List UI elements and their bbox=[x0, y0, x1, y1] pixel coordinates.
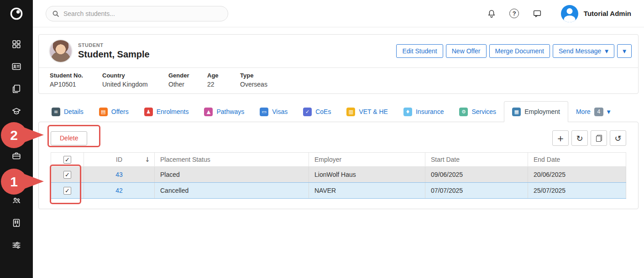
row-checkbox-cell[interactable] bbox=[51, 167, 84, 183]
copy-button[interactable] bbox=[591, 130, 607, 146]
info-age: Age 22 bbox=[203, 72, 236, 88]
table-header-row: ID↓ Placement Status Employer Start Date… bbox=[51, 153, 626, 167]
students-card-icon bbox=[11, 62, 21, 72]
add-record-button[interactable]: + bbox=[552, 130, 569, 146]
student-type-label: STUDENT bbox=[78, 42, 150, 48]
caret-down-icon: ▼ bbox=[623, 49, 626, 54]
grid-toolbar-buttons: + ↻ ↺ bbox=[552, 130, 626, 146]
sidebar-item-documents[interactable] bbox=[11, 84, 21, 94]
sidebar-item-contacts[interactable] bbox=[11, 196, 21, 206]
sidebar-item-settings[interactable] bbox=[11, 240, 21, 250]
building-icon bbox=[11, 218, 21, 228]
column-header-end-date[interactable]: End Date bbox=[528, 153, 626, 167]
info-country: Country United Kingdom bbox=[98, 72, 164, 88]
services-icon: ⚙ bbox=[459, 108, 468, 116]
tab-insurance[interactable]: ♦Insurance bbox=[396, 102, 451, 122]
sidebar-item-dashboard[interactable] bbox=[11, 39, 21, 49]
app-logo[interactable] bbox=[0, 0, 33, 27]
user-name: Tutorial Admin bbox=[584, 10, 631, 17]
employment-toolbar: Delete + ↻ ↺ bbox=[51, 130, 626, 146]
tab-services[interactable]: ⚙Services bbox=[451, 102, 504, 122]
info-type: Type Overseas bbox=[236, 72, 267, 88]
main-content: STUDENT Student, Sample Edit Student New… bbox=[33, 28, 644, 278]
info-student-no: Student No. AP10501 bbox=[45, 72, 98, 88]
cell-placement-status: Placed bbox=[155, 167, 309, 183]
tab-more[interactable]: More4▼ bbox=[568, 102, 618, 122]
more-actions-button[interactable]: ▼ bbox=[617, 44, 632, 58]
merge-document-button[interactable]: Merge Document bbox=[489, 44, 550, 58]
graduation-cap-icon bbox=[11, 106, 21, 116]
plus-icon: + bbox=[557, 134, 564, 143]
employment-panel: Delete + ↻ ↺ ID↓ Placement Status Employ… bbox=[38, 122, 639, 209]
bell-icon bbox=[487, 9, 497, 19]
dashboard-icon bbox=[11, 39, 21, 49]
caret-down-icon: ▼ bbox=[605, 49, 608, 54]
chat-button[interactable] bbox=[532, 8, 543, 19]
header-checkbox-cell[interactable] bbox=[51, 153, 84, 167]
edit-student-button[interactable]: Edit Student bbox=[396, 44, 443, 58]
row-checkbox[interactable] bbox=[63, 187, 71, 195]
search-box[interactable] bbox=[46, 6, 228, 21]
column-header-placement-status[interactable]: Placement Status bbox=[155, 153, 309, 167]
column-header-employer[interactable]: Employer bbox=[309, 153, 425, 167]
search-input[interactable] bbox=[63, 10, 222, 17]
tab-enrolments[interactable]: ♟Enrolments bbox=[136, 102, 197, 122]
more-count-badge: 4 bbox=[594, 108, 603, 116]
refresh-icon: ↻ bbox=[576, 134, 583, 143]
refresh-button[interactable]: ↻ bbox=[571, 130, 588, 146]
student-header-top: STUDENT Student, Sample Edit Student New… bbox=[39, 35, 638, 67]
sidebar-item-organisations[interactable] bbox=[11, 218, 21, 228]
tab-offers[interactable]: ▤Offers bbox=[91, 102, 136, 122]
user-avatar[interactable] bbox=[561, 5, 578, 22]
pathways-icon: ▲ bbox=[204, 108, 213, 116]
sort-desc-icon: ↓ bbox=[145, 156, 150, 163]
annotation-callout-1: 1 bbox=[1, 169, 27, 195]
row-checkbox[interactable] bbox=[63, 171, 71, 179]
tab-details[interactable]: ≡Details bbox=[44, 102, 91, 122]
student-photo bbox=[50, 40, 72, 62]
topbar: ? Tutorial Admin bbox=[33, 0, 644, 27]
annotation-arrow-2 bbox=[25, 128, 44, 142]
send-message-button[interactable]: Send Message▼ bbox=[553, 44, 614, 58]
info-gender: Gender Other bbox=[164, 72, 203, 88]
people-icon bbox=[11, 196, 21, 206]
column-header-start-date[interactable]: Start Date bbox=[425, 153, 528, 167]
cell-end-date: 20/06/2025 bbox=[528, 167, 626, 183]
history-icon: ↺ bbox=[614, 134, 621, 143]
help-button[interactable]: ? bbox=[509, 8, 520, 19]
row-id-link[interactable]: 42 bbox=[115, 187, 123, 194]
sidebar-item-courses[interactable] bbox=[11, 106, 21, 116]
student-meta: STUDENT Student, Sample bbox=[78, 42, 150, 60]
visas-icon: ▭ bbox=[260, 108, 268, 116]
row-checkbox-cell[interactable] bbox=[51, 183, 84, 199]
student-header-card: STUDENT Student, Sample Edit Student New… bbox=[38, 34, 639, 94]
insurance-icon: ♦ bbox=[403, 108, 412, 116]
row-id-link[interactable]: 43 bbox=[115, 171, 123, 178]
tab-employment[interactable]: ▦Employment bbox=[504, 101, 568, 122]
student-info-row: Student No. AP10501 Country United Kingd… bbox=[39, 68, 638, 93]
select-all-checkbox[interactable] bbox=[63, 156, 71, 164]
history-button[interactable]: ↺ bbox=[610, 130, 626, 146]
logo-icon bbox=[9, 6, 24, 21]
sliders-icon bbox=[11, 240, 21, 250]
cell-employer: LionWolf Haus bbox=[309, 167, 425, 183]
column-header-id[interactable]: ID↓ bbox=[84, 153, 155, 167]
sidebar-item-students[interactable] bbox=[11, 62, 21, 72]
tab-pathways[interactable]: ▲Pathways bbox=[196, 102, 252, 122]
table-row[interactable]: 42 Cancelled NAVER 07/07/2025 25/07/2025 bbox=[51, 183, 626, 199]
notifications-button[interactable] bbox=[486, 8, 497, 19]
new-offer-button[interactable]: New Offer bbox=[446, 44, 487, 58]
tab-coes[interactable]: ✓CoEs bbox=[295, 102, 339, 122]
employment-table: ID↓ Placement Status Employer Start Date… bbox=[51, 152, 626, 199]
details-icon: ≡ bbox=[52, 108, 60, 116]
cell-start-date: 07/07/2025 bbox=[425, 183, 528, 199]
help-icon: ? bbox=[509, 9, 519, 18]
sidebar-item-agents[interactable] bbox=[11, 151, 21, 161]
tab-vet-he[interactable]: ▥VET & HE bbox=[339, 102, 396, 122]
delete-button[interactable]: Delete bbox=[51, 131, 87, 145]
student-name: Student, Sample bbox=[78, 49, 150, 60]
tab-visas[interactable]: ▭Visas bbox=[252, 102, 295, 122]
annotation-callout-2: 2 bbox=[1, 122, 27, 148]
enrolments-icon: ♟ bbox=[144, 108, 153, 116]
table-row[interactable]: 43 Placed LionWolf Haus 09/06/2025 20/06… bbox=[51, 167, 626, 183]
